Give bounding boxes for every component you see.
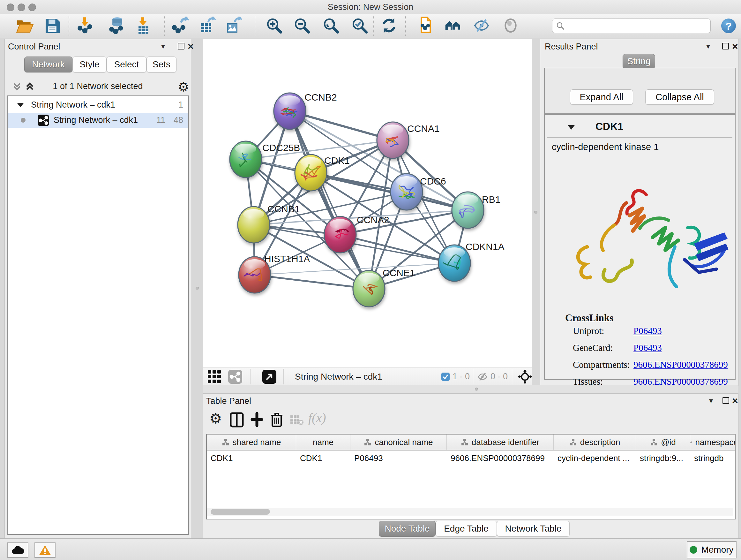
export-network-icon[interactable]: [172, 17, 189, 35]
search-input[interactable]: [567, 21, 711, 31]
panel-float-icon[interactable]: [723, 397, 729, 404]
crosslink-link[interactable]: P06493: [633, 343, 662, 353]
network-row-selected[interactable]: String Network – cdk1 11 48: [8, 113, 188, 128]
toolbar-separator: [405, 16, 406, 36]
import-network-from-database-icon[interactable]: [108, 17, 125, 35]
toolbar-separator: [512, 369, 512, 384]
hidden-count: 0 - 0: [490, 368, 508, 386]
panel-minimize-icon[interactable]: ▾: [706, 42, 710, 51]
selected-checkbox-icon[interactable]: [441, 372, 450, 381]
table-cell[interactable]: P06493: [350, 450, 447, 466]
table-horizontal-scrollbar[interactable]: [207, 508, 733, 516]
table-cell[interactable]: CDK1: [296, 450, 350, 466]
table-cell[interactable]: 9606.ENSP00000378699: [447, 450, 554, 466]
delete-column-trash-icon[interactable]: [270, 412, 283, 428]
panel-close-icon[interactable]: ×: [732, 43, 738, 50]
collapse-all-button[interactable]: Collapse All: [645, 89, 714, 105]
title-bar: Session: New Session: [0, 0, 741, 14]
table-cell[interactable]: stringdb:9...: [636, 450, 690, 466]
network-node-CDC25B[interactable]: [230, 141, 262, 178]
left-splitter-handle[interactable]: [196, 287, 199, 290]
network-node-CCNE1[interactable]: [353, 270, 385, 307]
panel-close-icon[interactable]: ×: [732, 397, 738, 404]
cloud-button[interactable]: [7, 543, 28, 558]
network-options-gear-icon[interactable]: ⚙: [178, 79, 189, 94]
open-session-icon[interactable]: [16, 17, 33, 35]
panel-minimize-icon[interactable]: ▾: [161, 42, 165, 51]
create-column-plus-icon[interactable]: [250, 412, 264, 427]
table-cell[interactable]: stringdb: [690, 450, 736, 466]
save-session-icon[interactable]: [44, 17, 61, 35]
tab-select[interactable]: Select: [107, 57, 146, 72]
table-cell[interactable]: cyclin-dependent ...: [554, 450, 636, 466]
panel-float-icon[interactable]: [178, 43, 185, 50]
network-collection-row[interactable]: String Network – cdk1 1: [8, 98, 188, 112]
column-header-canonical-name[interactable]: canonical name: [350, 435, 447, 450]
string-share-icon[interactable]: [228, 369, 243, 384]
network-node-CCNA2[interactable]: [324, 216, 356, 253]
open-in-new-window-icon[interactable]: [262, 369, 277, 384]
show-columns-icon[interactable]: [230, 412, 244, 428]
show-all-networks-icon[interactable]: [444, 17, 462, 35]
node-gloss: [358, 273, 380, 283]
zoom-out-icon[interactable]: [293, 17, 311, 35]
crosslinks-title: CrossLinks: [565, 312, 613, 324]
column-header-name[interactable]: name: [296, 435, 350, 450]
column-header-database-identifier[interactable]: database identifier: [447, 435, 554, 450]
column-header--id[interactable]: @id: [636, 435, 690, 450]
table-options-gear-icon[interactable]: ⚙: [209, 410, 222, 427]
help-icon[interactable]: ?: [721, 18, 736, 33]
panel-minimize-icon[interactable]: ▾: [709, 396, 713, 405]
hide-selected-icon[interactable]: [473, 17, 490, 35]
entry-collapse-icon[interactable]: [568, 125, 575, 130]
table-row[interactable]: CDK1CDK1P064939606.ENSP00000378699cyclin…: [207, 450, 735, 466]
tab-network[interactable]: Network: [24, 57, 72, 72]
network-node-CCNB1[interactable]: [238, 206, 270, 243]
tab-network-table[interactable]: Network Table: [497, 521, 569, 537]
network-node-CCNA1[interactable]: [377, 122, 409, 159]
warning-button[interactable]: [35, 543, 56, 558]
network-node-CCNB2[interactable]: [274, 93, 306, 129]
column-header-description[interactable]: description: [554, 435, 636, 450]
expand-all-button[interactable]: Expand All: [570, 89, 633, 105]
zoom-fit-icon[interactable]: [322, 17, 340, 35]
node-label: HIST1H1A: [264, 253, 310, 264]
zoom-in-icon[interactable]: [265, 17, 283, 35]
memory-button[interactable]: Memory: [687, 541, 737, 558]
export-table-icon[interactable]: [198, 17, 216, 35]
mapped-column-icon: [364, 438, 372, 446]
export-image-icon[interactable]: [224, 17, 242, 35]
show-hidden-icon[interactable]: [502, 17, 520, 35]
network-node-CDK1[interactable]: [295, 154, 327, 191]
network-edge[interactable]: [255, 275, 369, 289]
tab-edge-table[interactable]: Edge Table: [435, 521, 497, 537]
panel-close-icon[interactable]: ×: [188, 43, 194, 50]
tab-string[interactable]: String: [623, 54, 655, 69]
scrollbar-thumb[interactable]: [211, 509, 270, 515]
network-edge[interactable]: [340, 235, 455, 263]
tab-sets[interactable]: Sets: [146, 57, 177, 72]
horizontal-splitter-handle[interactable]: [475, 388, 478, 391]
column-header-namespace[interactable]: namespace: [690, 435, 736, 450]
refresh-icon[interactable]: [380, 17, 398, 35]
collection-expand-icon[interactable]: [17, 103, 24, 107]
network-node-CDC6[interactable]: [391, 174, 422, 210]
table-cell[interactable]: CDK1: [207, 450, 296, 466]
network-node-RB1[interactable]: [452, 192, 484, 228]
crosslink-link[interactable]: P06493: [633, 326, 662, 336]
horizontal-splitter[interactable]: [203, 385, 738, 393]
network-canvas[interactable]: CCNB2CCNA1CDC25BCDK1CDC6RB1CCNB1CCNA2CDK…: [203, 39, 532, 368]
tab-node-table[interactable]: Node Table: [379, 521, 435, 537]
zoom-selected-icon[interactable]: [351, 17, 368, 35]
first-neighbors-icon[interactable]: [416, 17, 434, 35]
birdseye-grid-icon[interactable]: [207, 369, 222, 384]
panel-float-icon[interactable]: [722, 43, 729, 50]
toolbar-separator: [250, 369, 251, 384]
crosslink-link[interactable]: 9606.ENSP00000378699: [633, 360, 728, 370]
right-splitter-handle[interactable]: [534, 211, 537, 214]
import-network-from-file-icon[interactable]: [76, 17, 94, 35]
tab-style[interactable]: Style: [72, 57, 107, 72]
column-header-shared-name[interactable]: shared name: [207, 435, 296, 450]
fit-content-crosshair-icon[interactable]: [518, 369, 532, 384]
import-table-from-file-icon[interactable]: [134, 17, 152, 35]
